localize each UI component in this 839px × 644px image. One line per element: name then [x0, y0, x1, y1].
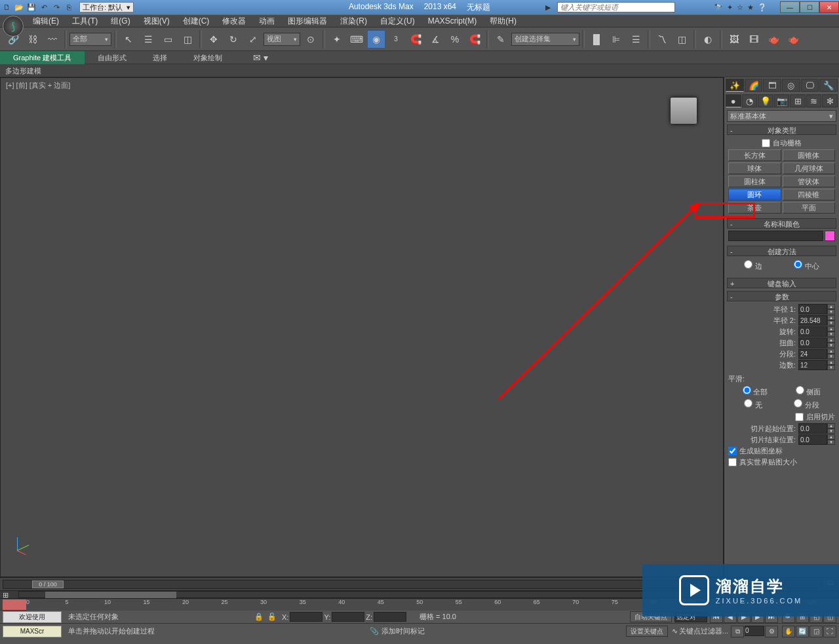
render-setup-icon[interactable]: 🖼: [725, 30, 743, 48]
menu-customize[interactable]: 自定义(U): [374, 14, 421, 28]
render-production-icon[interactable]: 🫖: [784, 30, 802, 48]
favorite-icon[interactable]: ★: [747, 3, 754, 12]
curve-editor-icon[interactable]: 〽: [653, 30, 671, 48]
spinner-up-icon[interactable]: ▲: [827, 349, 835, 354]
real-world-checkbox[interactable]: [728, 458, 737, 466]
create-茶壶-button[interactable]: 茶壶: [728, 202, 781, 214]
menu-views[interactable]: 视图(V): [137, 14, 176, 28]
rollout-header-name-color[interactable]: 名称和颜色: [727, 218, 836, 229]
unlink-tool-icon[interactable]: ⛓: [24, 30, 42, 48]
move-icon[interactable]: ✥: [205, 30, 223, 48]
radio-edge[interactable]: [744, 260, 752, 269]
spinner-down-icon[interactable]: ▼: [827, 354, 835, 359]
select-icon[interactable]: ↖: [119, 30, 138, 48]
param-input[interactable]: [798, 326, 827, 337]
slice-input[interactable]: [798, 423, 827, 434]
smooth-none-radio[interactable]: [744, 399, 752, 407]
create-圆环-button[interactable]: 圆环: [728, 189, 781, 200]
create-几何球体-button[interactable]: 几何球体: [783, 162, 836, 174]
spinner-up-icon[interactable]: ▲: [827, 337, 835, 343]
cat-systems-icon[interactable]: ✻: [822, 94, 838, 107]
tab-hierarchy-icon[interactable]: 🗔: [763, 79, 781, 92]
viewport-front[interactable]: [+] [前] [真实 + 边面]: [0, 77, 724, 577]
create-圆柱体-button[interactable]: 圆柱体: [728, 176, 781, 187]
application-menu-button[interactable]: ⟆: [3, 16, 24, 37]
tab-motion-icon[interactable]: ◎: [782, 79, 800, 92]
spinner-up-icon[interactable]: ▲: [827, 360, 835, 365]
named-selection-set[interactable]: 创建选择集: [511, 33, 579, 46]
minimize-button[interactable]: —: [780, 1, 800, 13]
set-key-button[interactable]: 设置关键点: [626, 626, 668, 637]
material-editor-icon[interactable]: ◐: [699, 30, 717, 48]
schematic-view-icon[interactable]: ◫: [673, 30, 691, 48]
bind-spacewarp-icon[interactable]: 〰: [43, 30, 62, 48]
time-config-icon[interactable]: ⚙: [765, 626, 778, 637]
cat-shapes-icon[interactable]: ◔: [742, 94, 758, 107]
menu-create[interactable]: 创建(C): [176, 14, 216, 28]
create-四棱锥-button[interactable]: 四棱锥: [783, 189, 836, 200]
ribbon-tab-freeform[interactable]: 自由形式: [85, 51, 140, 64]
star-icon[interactable]: ☆: [737, 3, 743, 12]
ribbon-tab-graphite[interactable]: Graphite 建模工具: [0, 51, 85, 64]
scale-icon[interactable]: ⤢: [244, 30, 262, 48]
save-icon[interactable]: 💾: [26, 2, 37, 12]
spinner-up-icon[interactable]: ▲: [827, 315, 835, 320]
menu-group[interactable]: 组(G): [104, 14, 136, 28]
cat-lights-icon[interactable]: 💡: [758, 94, 773, 107]
cat-cameras-icon[interactable]: 📷: [774, 94, 790, 107]
ribbon-tab-selection[interactable]: 选择: [140, 51, 180, 64]
select-rect-icon[interactable]: ▭: [159, 30, 177, 48]
param-input[interactable]: [798, 360, 827, 370]
render-frame-icon[interactable]: 🎞: [745, 30, 763, 48]
autogrid-checkbox[interactable]: [762, 139, 770, 147]
coord-y-input[interactable]: [332, 612, 364, 622]
menu-modifiers[interactable]: 修改器: [216, 14, 252, 28]
max-viewport-icon[interactable]: ⛶: [823, 626, 836, 637]
param-input[interactable]: [798, 349, 827, 359]
slice-on-checkbox[interactable]: [795, 413, 804, 421]
object-name-input[interactable]: [728, 231, 823, 241]
param-input[interactable]: [798, 315, 827, 326]
spinner-up-icon[interactable]: ▲: [827, 304, 835, 309]
pivot-icon[interactable]: ⊙: [302, 30, 320, 48]
spinner-down-icon[interactable]: ▼: [827, 320, 835, 326]
manipulate-icon[interactable]: ✦: [328, 30, 346, 48]
select-name-icon[interactable]: ☰: [139, 30, 157, 48]
open-icon[interactable]: 📂: [14, 2, 24, 12]
gen-uv-checkbox[interactable]: [728, 447, 737, 455]
lock-selection-icon[interactable]: 🔓: [267, 613, 277, 621]
smooth-sides-radio[interactable]: [796, 386, 804, 394]
keyboard-shortcut-icon[interactable]: ⌨: [347, 30, 366, 48]
spinner-down-icon[interactable]: ▼: [827, 343, 835, 348]
workspace-selector[interactable]: 工作台: 默认 ▾: [79, 2, 134, 12]
rollout-header-keyboard-entry[interactable]: 键盘输入: [727, 278, 836, 288]
edit-named-sel-icon[interactable]: ✎: [492, 30, 510, 48]
smooth-all-radio[interactable]: [743, 386, 751, 394]
rotate-icon[interactable]: ↻: [224, 30, 243, 48]
link-icon[interactable]: ⎘: [64, 2, 74, 12]
param-input[interactable]: [798, 337, 827, 348]
redo-icon[interactable]: ↷: [51, 2, 62, 12]
coord-z-input[interactable]: [374, 612, 406, 622]
add-time-tag-label[interactable]: 添加时间标记: [381, 626, 425, 636]
ribbon-tab-objectpaint[interactable]: 对象绘制: [180, 51, 235, 64]
time-slider-handle[interactable]: 0 / 100: [32, 580, 64, 588]
info-icon[interactable]: ▶: [545, 3, 551, 12]
key-mode-icon[interactable]: ∿: [672, 627, 678, 635]
cat-helpers-icon[interactable]: ⊞: [790, 94, 806, 107]
param-input[interactable]: [798, 304, 827, 314]
selection-filter[interactable]: 全部: [69, 33, 111, 46]
coord-x-input[interactable]: [290, 612, 322, 622]
fov-icon[interactable]: ◲: [810, 626, 823, 637]
spinner-down-icon[interactable]: ▼: [827, 365, 835, 370]
create-球体-button[interactable]: 球体: [728, 162, 781, 174]
menu-graph-editors[interactable]: 图形编辑器: [281, 14, 334, 28]
binoculars-icon[interactable]: 🔭: [714, 3, 723, 12]
key-mode-toggle-icon[interactable]: ⧉: [731, 626, 744, 637]
percent-snap-icon[interactable]: 🧲: [406, 30, 425, 48]
maximize-button[interactable]: ☐: [800, 1, 819, 13]
layers-icon[interactable]: ☰: [627, 30, 645, 48]
menu-edit[interactable]: 编辑(E): [26, 14, 66, 28]
menu-maxscript[interactable]: MAXScript(M): [421, 14, 484, 28]
slice-input[interactable]: [798, 434, 827, 445]
